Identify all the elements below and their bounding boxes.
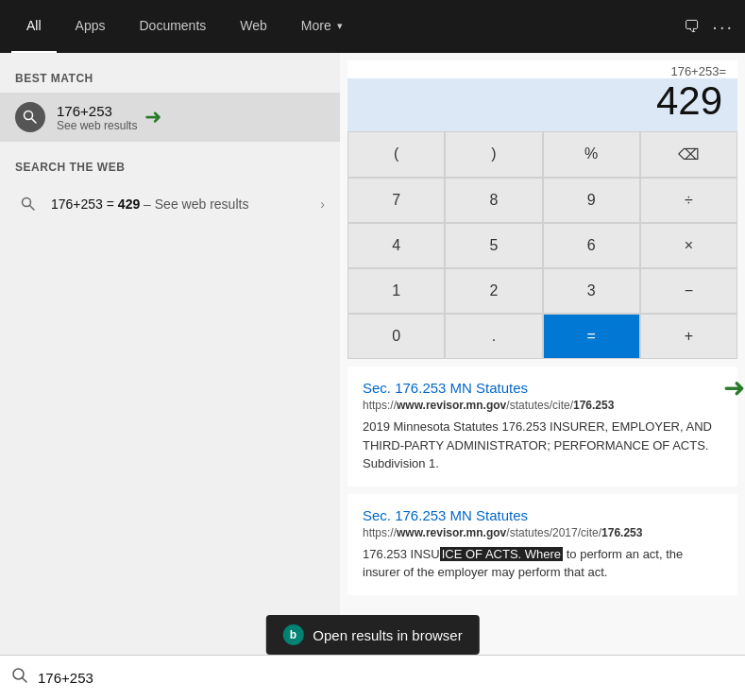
search-web-section: Search the web 176+253 = 429 – See web r…	[0, 149, 340, 234]
calc-result: 429	[347, 78, 737, 131]
search-icon	[15, 102, 45, 132]
web-result-1-url: https://www.revisor.mn.gov/statutes/cite…	[363, 399, 722, 412]
right-panel: 176+253= 429 ( ) % ⌫ 7 8 9 ÷ 4 5 6 × 1 2…	[340, 53, 745, 655]
left-panel: Best match 176+253 See web results ➜ Sea…	[0, 53, 340, 655]
tab-all[interactable]: All	[11, 0, 57, 53]
best-match-label: Best match	[0, 68, 340, 93]
web-result-2: Sec. 176.253 MN Statutes https://www.rev…	[347, 494, 737, 595]
bing-popup-label: Open results in browser	[313, 627, 462, 643]
bottom-search-icon	[11, 667, 28, 689]
best-match-title: 176+253	[57, 103, 137, 119]
web-result-1: ➜ Sec. 176.253 MN Statutes https://www.r…	[347, 367, 737, 487]
web-result-2-snippet: 176.253 INSUICE OF ACTS. Where to perfor…	[363, 545, 722, 582]
bing-logo-icon: b	[282, 624, 303, 645]
green-arrow-result-icon: ➜	[723, 372, 745, 403]
search-web-label: Search the web	[0, 157, 340, 181]
calc-btn-equals[interactable]: =	[543, 314, 640, 359]
topbar-right-actions: 🗨 ···	[684, 16, 734, 38]
calc-btn-3[interactable]: 3	[543, 268, 640, 314]
calc-btn-4[interactable]: 4	[347, 223, 445, 268]
calculator: 176+253= 429 ( ) % ⌫ 7 8 9 ÷ 4 5 6 × 1 2…	[347, 60, 737, 359]
svg-line-5	[23, 678, 27, 683]
svg-line-3	[30, 206, 35, 211]
green-arrow-icon: ➜	[144, 105, 161, 129]
chevron-down-icon: ▾	[337, 20, 343, 32]
calc-btn-1[interactable]: 1	[347, 268, 445, 314]
calc-btn-open-paren[interactable]: (	[347, 131, 445, 178]
calc-btn-percent[interactable]: %	[543, 131, 640, 178]
web-result-2-title[interactable]: Sec. 176.253 MN Statutes	[363, 507, 722, 523]
search-web-item-text: 176+253 = 429 – See web results	[51, 196, 248, 212]
bottom-search-bar	[0, 655, 745, 700]
calc-btn-subtract[interactable]: −	[640, 268, 737, 314]
web-result-1-title[interactable]: Sec. 176.253 MN Statutes	[363, 380, 722, 396]
bing-open-browser-popup[interactable]: b Open results in browser	[265, 615, 479, 655]
calc-btn-divide[interactable]: ÷	[640, 178, 737, 223]
web-result-1-snippet: 2019 Minnesota Statutes 176.253 INSURER,…	[363, 418, 722, 473]
calc-btn-9[interactable]: 9	[543, 178, 640, 223]
tab-apps[interactable]: Apps	[60, 0, 121, 53]
calc-btn-close-paren[interactable]: )	[445, 131, 542, 178]
calc-btn-decimal[interactable]: .	[445, 314, 542, 359]
calc-btn-multiply[interactable]: ×	[640, 223, 737, 268]
calc-btn-7[interactable]: 7	[347, 178, 445, 223]
bottom-search-input[interactable]	[38, 670, 734, 686]
calc-btn-0[interactable]: 0	[347, 314, 445, 359]
best-match-sub: See web results	[57, 119, 137, 132]
web-result-2-url: https://www.revisor.mn.gov/statutes/2017…	[363, 526, 722, 539]
main-content: Best match 176+253 See web results ➜ Sea…	[0, 53, 745, 655]
calc-btn-2[interactable]: 2	[445, 268, 542, 314]
chevron-right-icon: ›	[320, 196, 325, 212]
search-web-item[interactable]: 176+253 = 429 – See web results ›	[0, 181, 340, 227]
calc-buttons: ( ) % ⌫ 7 8 9 ÷ 4 5 6 × 1 2 3 − 0 . = +	[347, 131, 737, 359]
best-match-text: 176+253 See web results	[57, 103, 137, 132]
svg-line-1	[32, 119, 37, 124]
more-options-icon[interactable]: ···	[712, 16, 734, 38]
tab-more[interactable]: More ▾	[286, 0, 358, 53]
calc-btn-8[interactable]: 8	[445, 178, 542, 223]
tab-web[interactable]: Web	[225, 0, 282, 53]
calc-expression: 176+253=	[347, 60, 737, 78]
calc-btn-backspace[interactable]: ⌫	[640, 131, 737, 178]
search-web-icon	[15, 191, 42, 217]
feedback-icon[interactable]: 🗨	[684, 17, 701, 37]
calc-btn-add[interactable]: +	[640, 314, 737, 359]
best-match-item[interactable]: 176+253 See web results ➜	[0, 93, 340, 142]
top-nav-bar: All Apps Documents Web More ▾ 🗨 ···	[0, 0, 745, 53]
tab-documents[interactable]: Documents	[124, 0, 221, 53]
calc-btn-6[interactable]: 6	[543, 223, 640, 268]
calc-btn-5[interactable]: 5	[445, 223, 542, 268]
